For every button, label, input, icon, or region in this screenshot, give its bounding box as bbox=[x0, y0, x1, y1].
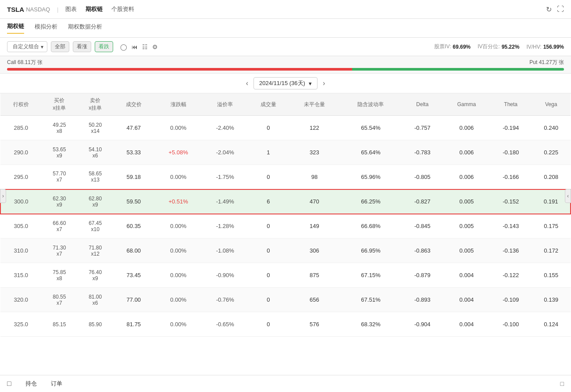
cell-change: 0.00% bbox=[154, 214, 203, 239]
bottom-tab-orders[interactable]: 订单 bbox=[51, 380, 62, 388]
nav-tab-chart[interactable]: 图表 bbox=[65, 4, 77, 14]
cell-volume: 0 bbox=[248, 165, 289, 189]
cell-change: +0.51% bbox=[154, 189, 203, 214]
refresh-button[interactable]: ↻ bbox=[546, 5, 552, 14]
nav-tab-individual[interactable]: 个股资料 bbox=[111, 4, 134, 14]
put-bar bbox=[352, 68, 564, 71]
cell-volume: 0 bbox=[248, 239, 289, 263]
cell-last: 68.00 bbox=[113, 239, 154, 263]
settings-icon[interactable]: ⚙ bbox=[152, 43, 158, 50]
col-change: 涨跌幅 bbox=[154, 93, 203, 116]
cell-bid: 49.25x8 bbox=[41, 116, 77, 140]
cell-bid: 80.55x7 bbox=[41, 288, 77, 312]
cell-bid: 53.65x9 bbox=[41, 140, 77, 165]
table-header-row: 行权价 买价x挂单 卖价x挂单 成交价 涨跌幅 溢价率 成交量 未平仓量 隐含波… bbox=[0, 93, 571, 116]
cell-bid: 62.30x9 bbox=[41, 189, 77, 214]
bottom-tab-positions[interactable]: 持仓 bbox=[25, 380, 37, 388]
date-selector[interactable]: 2024/11/15 (36天) ▾ bbox=[253, 77, 318, 89]
sub-tab-analysis[interactable]: 期权数据分析 bbox=[68, 23, 102, 33]
cell-volume: 0 bbox=[248, 214, 289, 239]
table-row[interactable]: 285.049.25x850.20x1447.670.00%-2.40%0122… bbox=[0, 116, 571, 140]
ticker-label: TSLA bbox=[7, 6, 24, 13]
table-row[interactable]: 290.053.65x954.10x653.33+5.08%-2.04%1323… bbox=[0, 140, 571, 165]
cell-iv: 65.64% bbox=[340, 140, 401, 165]
stat-iv-hv: IV/HV: 156.99% bbox=[526, 43, 564, 50]
cell-bid: 85.15 bbox=[41, 312, 77, 337]
cell-vega: 0.225 bbox=[532, 140, 571, 165]
cell-premium: -0.76% bbox=[202, 288, 248, 312]
cell-gamma: 0.004 bbox=[443, 263, 490, 288]
cell-last: 60.35 bbox=[113, 214, 154, 239]
col-oi: 未平仓量 bbox=[289, 93, 340, 116]
sub-nav: 期权链 模拟分析 期权数据分析 bbox=[0, 19, 571, 38]
cell-change: 0.00% bbox=[154, 263, 203, 288]
bottom-right-icon[interactable]: □ bbox=[560, 380, 564, 387]
cell-ask: 62.80x9 bbox=[77, 189, 113, 214]
nav-tab-options[interactable]: 期权链 bbox=[86, 4, 103, 14]
filter-icon[interactable]: ☷ bbox=[142, 43, 148, 50]
col-bid: 买价x挂单 bbox=[41, 93, 77, 116]
cell-iv: 66.68% bbox=[340, 214, 401, 239]
table-row[interactable]: 305.066.60x767.45x1060.350.00%-1.28%0149… bbox=[0, 214, 571, 239]
table-row[interactable]: 325.085.1585.9081.750.00%-0.65%057668.32… bbox=[0, 312, 571, 337]
cell-delta: -0.893 bbox=[401, 288, 443, 312]
date-prev-button[interactable]: ‹ bbox=[246, 79, 248, 87]
table-container[interactable]: 行权价 买价x挂单 卖价x挂单 成交价 涨跌幅 溢价率 成交量 未平仓量 隐含波… bbox=[0, 93, 571, 337]
call-bar bbox=[7, 68, 352, 71]
cell-oi: 122 bbox=[289, 116, 340, 140]
date-next-button[interactable]: › bbox=[323, 79, 325, 87]
cell-oi: 576 bbox=[289, 312, 340, 337]
cell-vega: 0.172 bbox=[532, 239, 571, 263]
cell-change: 0.00% bbox=[154, 116, 203, 140]
cell-ask: 76.40x9 bbox=[77, 263, 113, 288]
cell-premium: -0.65% bbox=[202, 312, 248, 337]
cell-delta: -0.757 bbox=[401, 116, 443, 140]
filter-put-button[interactable]: 看跌 bbox=[95, 41, 113, 52]
col-gamma: Gamma bbox=[443, 93, 490, 116]
col-theta: Theta bbox=[490, 93, 532, 116]
table-row[interactable]: 300.062.30x962.80x959.50+0.51%-1.49%6470… bbox=[0, 189, 571, 214]
cell-delta: -0.904 bbox=[401, 312, 443, 337]
table-row[interactable]: 320.080.55x781.00x677.000.00%-0.76%06566… bbox=[0, 288, 571, 312]
filter-call-button[interactable]: 看涨 bbox=[73, 41, 91, 52]
cell-theta: -0.109 bbox=[490, 288, 532, 312]
save-icon[interactable]: ◯ bbox=[120, 43, 127, 50]
cell-strike: 320.0 bbox=[0, 288, 41, 312]
table-row[interactable]: 310.071.30x771.80x1268.000.00%-1.08%0306… bbox=[0, 239, 571, 263]
cell-strike: 325.0 bbox=[0, 312, 41, 337]
cell-oi: 875 bbox=[289, 263, 340, 288]
cell-delta: -0.783 bbox=[401, 140, 443, 165]
cell-oi: 323 bbox=[289, 140, 340, 165]
col-delta: Delta bbox=[401, 93, 443, 116]
date-dropdown-icon: ▾ bbox=[309, 80, 312, 87]
cell-strike: 295.0 bbox=[0, 165, 41, 189]
cell-gamma: 0.006 bbox=[443, 116, 490, 140]
sub-tab-simulation[interactable]: 模拟分析 bbox=[35, 23, 57, 33]
custom-combo-button[interactable]: 自定义组合 ▾ bbox=[7, 41, 47, 52]
cell-iv: 65.54% bbox=[340, 116, 401, 140]
progress-bar bbox=[7, 68, 564, 71]
date-nav: ‹ 2024/11/15 (36天) ▾ › bbox=[0, 74, 571, 93]
top-nav: TSLA NASDAQ | 图表 期权链 个股资料 ↻ ⛶ bbox=[0, 0, 571, 19]
cell-vega: 0.175 bbox=[532, 214, 571, 239]
cell-premium: -1.49% bbox=[202, 189, 248, 214]
skip-icon[interactable]: ⏮ bbox=[132, 43, 138, 50]
cell-delta: -0.845 bbox=[401, 214, 443, 239]
bottom-left-icon[interactable]: □ bbox=[7, 380, 11, 388]
cell-ask: 67.45x10 bbox=[77, 214, 113, 239]
right-edge-arrow[interactable]: ‹ bbox=[565, 189, 571, 203]
table-row[interactable]: 295.057.70x758.65x1359.180.00%-1.75%0986… bbox=[0, 165, 571, 189]
col-last: 成交价 bbox=[113, 93, 154, 116]
progress-area: Call 68.11万 张 Put 41.27万 张 bbox=[0, 56, 571, 74]
cell-vega: 0.124 bbox=[532, 312, 571, 337]
cell-ask: 81.00x6 bbox=[77, 288, 113, 312]
left-edge-arrow[interactable]: › bbox=[0, 189, 6, 203]
filter-all-button[interactable]: 全部 bbox=[51, 41, 69, 52]
table-row[interactable]: 315.075.85x876.40x973.450.00%-0.90%08756… bbox=[0, 263, 571, 288]
cell-change: +5.08% bbox=[154, 140, 203, 165]
sub-tab-chain[interactable]: 期权链 bbox=[7, 22, 24, 34]
cell-premium: -1.28% bbox=[202, 214, 248, 239]
fullscreen-button[interactable]: ⛶ bbox=[557, 5, 564, 14]
cell-premium: -2.40% bbox=[202, 116, 248, 140]
cell-ask: 71.80x12 bbox=[77, 239, 113, 263]
